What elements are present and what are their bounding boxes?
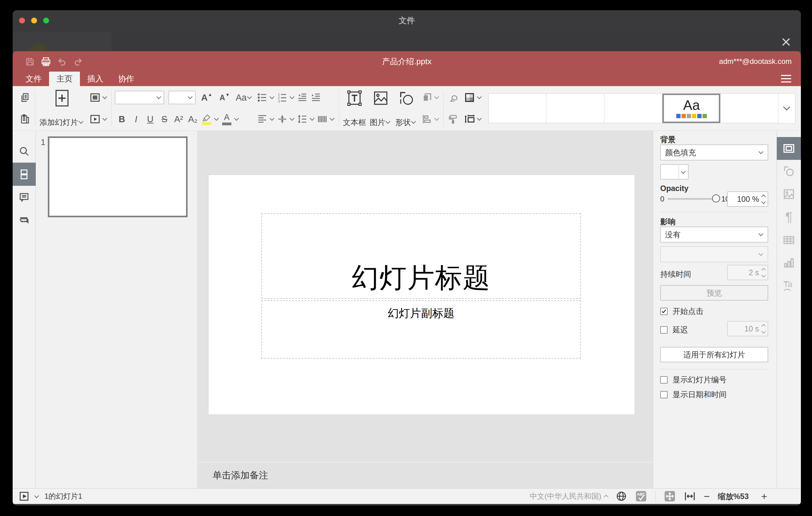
subscript-button[interactable]: A₂ [186, 112, 200, 126]
insert-textbox-button[interactable]: 文本框 [341, 86, 368, 131]
arrange-shape-button[interactable] [420, 90, 434, 105]
document-language-button[interactable] [616, 491, 627, 502]
line-spacing-button[interactable] [295, 112, 309, 126]
increase-font-button[interactable]: A▲ [200, 90, 213, 105]
right-sidebar: ¶ Ta [777, 131, 801, 488]
theme-option-selected[interactable]: Aa [662, 93, 720, 123]
decrease-indent-button[interactable] [295, 90, 309, 105]
preview-button[interactable]: 预览 [660, 285, 768, 300]
add-slide-button[interactable]: 添加幻灯片 [37, 86, 87, 131]
chevron-down-icon[interactable] [34, 493, 39, 498]
spellcheck-icon: ABC [635, 490, 647, 503]
fit-width-button[interactable] [684, 490, 696, 502]
screen: { "window": { "title": "文件" }, "header":… [0, 0, 812, 516]
fill-type-select[interactable]: 颜色填充 [660, 144, 768, 161]
delay-checkbox[interactable] [660, 326, 668, 334]
spellcheck-button[interactable]: ABC [635, 490, 647, 503]
comments-button[interactable] [13, 186, 36, 209]
theme-gallery-expand-button[interactable] [778, 93, 795, 123]
zoom-in-button[interactable]: + [761, 491, 767, 501]
spinner-arrows-icon[interactable] [762, 268, 765, 277]
opacity-slider-knob[interactable] [712, 194, 720, 202]
effect-select[interactable]: 没有 [660, 227, 768, 242]
toolbar-separator [35, 90, 35, 126]
opacity-slider-track[interactable] [668, 198, 716, 200]
show-slide-number-checkbox[interactable] [660, 376, 668, 383]
status-separator [655, 491, 656, 501]
font-name-combo[interactable] [115, 91, 164, 104]
theme-option[interactable] [488, 93, 546, 123]
theme-option[interactable] [604, 93, 662, 123]
effect-type-select[interactable] [660, 246, 768, 262]
duration-spinner[interactable]: 2 s [727, 265, 768, 280]
hamburger-menu-button[interactable] [779, 73, 793, 84]
divider [660, 369, 768, 369]
opacity-spinner[interactable]: 100 % [727, 191, 768, 207]
notes-area[interactable]: 单击添加备注 [198, 462, 653, 488]
copy-style-button[interactable] [447, 112, 460, 126]
tab-collaboration[interactable]: 协作 [111, 71, 142, 86]
theme-option[interactable] [720, 93, 778, 123]
start-on-click-label: 开始点击 [672, 306, 703, 316]
table-settings-tab[interactable] [777, 228, 801, 251]
chart-settings-tab[interactable] [777, 251, 801, 274]
slides-panel-button[interactable] [13, 163, 36, 186]
strikethrough-button[interactable]: S [157, 112, 172, 126]
change-layout-button[interactable] [88, 90, 102, 105]
columns-button[interactable] [316, 112, 329, 126]
tab-file[interactable]: 文件 [18, 71, 49, 86]
font-color-button[interactable]: A [220, 112, 234, 126]
chevron-down-icon [477, 94, 482, 99]
insert-shape-button[interactable]: 形状 [393, 86, 419, 131]
slide-size-button[interactable] [463, 112, 476, 126]
superscript-button[interactable]: A² [172, 112, 186, 126]
font-size-combo[interactable] [169, 91, 196, 104]
shape-settings-tab[interactable] [777, 160, 801, 183]
show-date-time-checkbox[interactable] [660, 391, 668, 398]
search-button[interactable] [13, 140, 36, 163]
clear-style-button[interactable] [447, 90, 460, 105]
subtitle-placeholder[interactable]: 幻灯片副标题 [261, 300, 581, 359]
start-preview-button[interactable] [19, 491, 29, 501]
underline-button[interactable]: U [143, 112, 157, 126]
horizontal-align-button[interactable] [256, 112, 269, 126]
start-on-click-checkbox[interactable] [660, 308, 668, 315]
slide-canvas[interactable]: 幻灯片标题 幻灯片副标题 [198, 131, 653, 462]
close-editor-button[interactable] [779, 34, 793, 49]
background-label: 背景 [660, 135, 676, 145]
change-case-button[interactable]: Aa [236, 90, 253, 105]
copy-button[interactable] [18, 90, 32, 105]
delay-spinner[interactable]: 10 s [727, 321, 768, 336]
fit-slide-button[interactable] [664, 490, 676, 503]
image-settings-tab[interactable] [777, 183, 801, 205]
shape-fill-button[interactable] [463, 90, 476, 105]
language-selector[interactable]: 中文(中华人民共和国) [530, 491, 608, 501]
zoom-out-button[interactable]: − [704, 491, 710, 501]
paste-button[interactable] [18, 112, 32, 126]
italic-button[interactable]: I [129, 112, 143, 126]
spinner-arrows-icon[interactable] [762, 325, 765, 333]
paragraph-settings-tab[interactable]: ¶ [777, 205, 801, 228]
bullets-button[interactable] [256, 90, 269, 105]
title-placeholder[interactable]: 幻灯片标题 [261, 213, 581, 299]
insert-image-button[interactable]: 图片 [368, 86, 393, 131]
numbering-button[interactable]: 123 [276, 90, 289, 105]
apply-to-all-slides-button[interactable]: 适用于所有幻灯片 [660, 347, 768, 362]
tab-insert[interactable]: 插入 [80, 71, 111, 86]
increase-indent-button[interactable] [309, 90, 323, 105]
textart-settings-tab[interactable]: Ta [777, 274, 801, 297]
bold-button[interactable]: B [115, 112, 129, 126]
slide-surface[interactable]: 幻灯片标题 幻灯片副标题 [208, 175, 635, 414]
chat-button[interactable] [13, 209, 36, 232]
highlight-color-button[interactable] [200, 112, 213, 126]
background-color-picker[interactable] [660, 164, 689, 180]
decrease-font-button[interactable]: A▼ [218, 90, 231, 105]
slide-settings-tab[interactable] [777, 137, 801, 160]
vertical-align-button[interactable] [276, 112, 289, 126]
slide-thumbnail-1[interactable] [48, 136, 187, 217]
theme-option[interactable] [546, 93, 604, 123]
start-slideshow-button[interactable] [88, 112, 102, 126]
align-shape-button[interactable] [420, 112, 434, 126]
spinner-arrows-icon[interactable] [762, 195, 765, 203]
tab-home[interactable]: 主页 [49, 71, 80, 86]
